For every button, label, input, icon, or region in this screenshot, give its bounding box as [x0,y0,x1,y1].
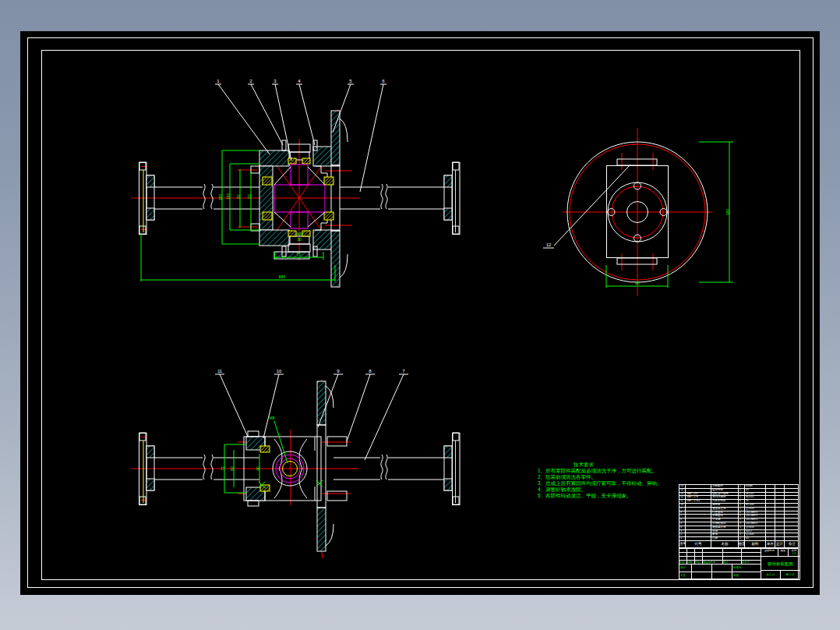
bom-cell: 9 [679,508,686,511]
bom-cell [686,508,711,511]
bom-cell [766,500,775,503]
bom-cell [766,537,775,540]
bom-cell: 7 [679,515,686,518]
svg-text:7: 7 [402,369,405,373]
bom-cell: 45 [745,489,766,492]
bom-cell: 12 [679,496,686,499]
bom-cell: GB/T 276 [686,496,711,499]
svg-text:180: 180 [725,209,730,216]
bom-cell [766,508,775,511]
signature-cell [712,565,732,572]
rear-dimensions [606,142,733,288]
bom-cell: 40Cr [745,530,766,533]
bom-cell [785,500,799,503]
bom-cell [785,511,799,515]
svg-text:9: 9 [337,369,340,373]
bom-cell: 15 [679,485,686,488]
stage-mark-cell: 阶段标记 [761,549,778,557]
bom-cell: 2 [739,493,745,496]
bom-cell [785,526,799,529]
bom-cell [766,530,775,533]
svg-text:11: 11 [217,369,223,373]
bom-cell [766,511,775,515]
bom-cell [775,485,785,488]
bom-cell: 14 [679,489,686,492]
svg-text:6: 6 [382,79,385,83]
front-balloon-labels: 1 2 3 4 5 6 [217,79,385,83]
signature-cell [692,572,712,580]
bom-cell [775,533,785,536]
bom-cell [766,522,775,526]
weight-cell: 重量 [778,549,789,557]
bom-cell: 六角头螺栓 [711,500,739,503]
bom-cell: 8 [679,511,686,515]
bom-cell [775,504,785,507]
bom-cell [775,496,785,499]
bom-cell [686,522,711,526]
svg-text:62: 62 [236,194,241,199]
bom-cell: 20CrMnTi [745,515,766,518]
bom-cell: 差速器右壳 [711,526,739,529]
bom-cell: 行星齿轮 [711,511,739,515]
front-section-view: 180 150 62 52 75 885 M8 30 1 2 [131,79,460,288]
tech-note-line: 4、调整好轴承游隙。 [538,487,662,493]
bom-cell [785,489,799,492]
signature-cell: 标准化 [732,565,761,572]
tech-note-line: 5、各部件转动灵活、平稳，无卡滞现象。 [538,493,662,499]
bom-cell: 1 [739,522,745,526]
bom-cell [775,508,785,511]
bom-cell: 11 [679,500,686,503]
top-right-flange [444,433,460,505]
bom-cell: 13 [679,493,686,496]
bom-cell: GCr15 [745,493,766,496]
bom-cell [785,530,799,533]
svg-text:8: 8 [369,369,372,373]
bom-cell: 2 [739,537,745,540]
bom-cell [785,522,799,526]
bom-cell [785,485,799,488]
svg-text:3: 3 [274,79,277,83]
svg-text:150: 150 [226,193,231,200]
bom-cell: QT400 [745,533,766,536]
front-balloon-leaders [215,84,386,192]
bom-cell: 1 [739,519,745,522]
bom-cell: 2 [739,485,745,488]
front-right-flange [444,162,460,235]
bom-cell: 20CrMnTi [745,522,766,526]
bom-cell: 20CrMnTi [745,519,766,522]
tech-notes-title: 技术要求 [574,462,662,468]
bom-cell: 1 [739,533,745,536]
front-ring-gear-plate [331,111,348,287]
svg-text:885: 885 [279,274,286,279]
bom-cell: 4 [679,526,686,529]
bom-cell: HT200 [745,504,766,507]
bom-cell: 凸缘 [711,537,739,540]
rear-cover-view: 180 80 12 [543,128,733,296]
bom-cell: 调整垫片 [711,485,739,488]
bom-cell [686,533,711,536]
bom-cell [766,485,775,488]
bom-cell [775,530,785,533]
svg-text:12: 12 [546,242,552,247]
svg-text:5: 5 [349,79,352,83]
svg-text:M8: M8 [297,232,302,236]
bom-cell [686,485,711,488]
bom-cell [686,489,711,492]
bom-cell [785,504,799,507]
bom-cell: 6 [679,519,686,522]
bom-cell [775,522,785,526]
drawing-title: 驱动桥装配图 [761,557,799,571]
rear-centerlines [563,128,712,296]
signature-cell: 工艺 [679,572,692,580]
bom-cell: QT450 [745,526,766,529]
svg-text:4: 4 [298,79,301,83]
svg-text:72: 72 [221,466,225,471]
bom-cell [766,519,775,522]
svg-text:80: 80 [635,281,640,285]
rear-dim-labels: 180 80 [635,209,730,285]
bom-cell [785,508,799,511]
bom-cell: 35 [745,500,766,503]
bom-cell: GB/T 297 [686,493,711,496]
bom-cell: 45 [745,537,766,540]
bom-row: 序号代号名称数量材料单件总计备注 [679,541,799,548]
